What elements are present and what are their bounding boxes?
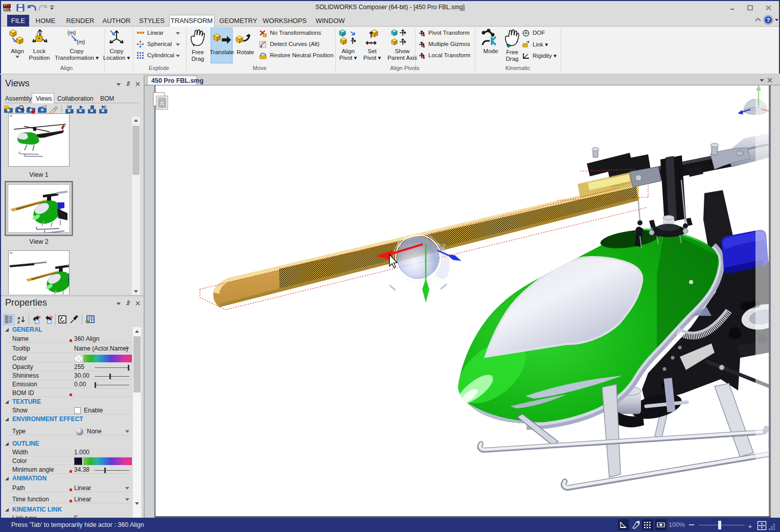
svg-text:Z: Z: [17, 320, 20, 324]
svg-text:450 Pro FBL.smg: 450 Pro FBL.smg: [151, 77, 203, 84]
svg-text:{m}: {m}: [67, 30, 76, 36]
svg-text:X: X: [397, 240, 401, 248]
svg-text:{m}: {m}: [77, 39, 85, 45]
svg-text:?: ?: [767, 17, 770, 23]
svg-text:Z: Z: [442, 243, 446, 250]
